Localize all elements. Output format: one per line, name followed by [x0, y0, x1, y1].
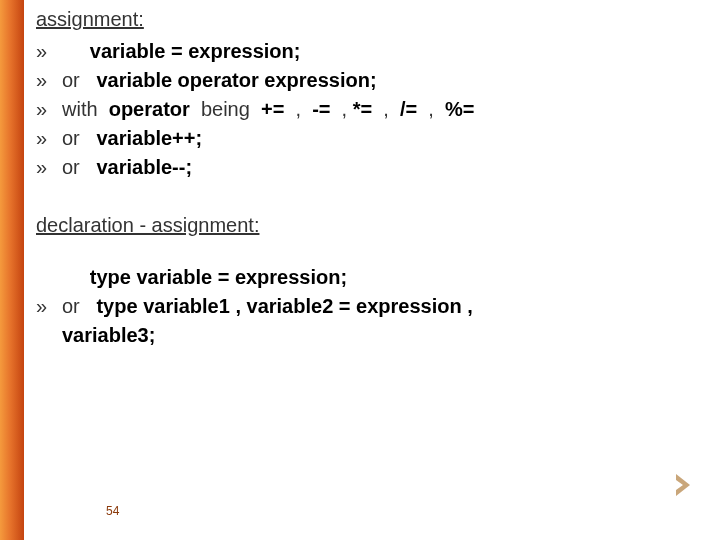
bullet-mark: »	[36, 37, 62, 66]
bullet-text: or type variable1 , variable2 = expressi…	[62, 292, 700, 321]
bullet-item: » or variable--;	[36, 153, 700, 182]
bullet-text: or variable--;	[62, 153, 700, 182]
bullet-mark: »	[36, 292, 62, 321]
accent-sidebar	[0, 0, 24, 540]
bullet-continuation: variable3;	[62, 321, 700, 350]
bullet-text: variable = expression;	[62, 37, 700, 66]
bullet-text: or variable++;	[62, 124, 700, 153]
chevron-right-icon	[670, 470, 700, 504]
slide-content: assignment: » variable = expression; » o…	[36, 8, 700, 350]
bullet-text: or variable operator expression;	[62, 66, 700, 95]
bullet-item: » or variable operator expression;	[36, 66, 700, 95]
section-title-assignment: assignment:	[36, 8, 700, 31]
bullet-mark: »	[36, 66, 62, 95]
page-number: 54	[106, 504, 119, 518]
bullet-item: » or type variable1 , variable2 = expres…	[36, 292, 700, 321]
section-title-declaration: declaration - assignment:	[36, 214, 700, 237]
bullet-text: with operator being += , -= , *= , /= , …	[62, 95, 700, 124]
bullet-mark: »	[36, 95, 62, 124]
bullet-item: » with operator being += , -= , *= , /= …	[36, 95, 700, 124]
bullet-mark: »	[36, 124, 62, 153]
bullet-mark: »	[36, 153, 62, 182]
bullet-item: » variable = expression;	[36, 37, 700, 66]
lead-line: type variable = expression;	[62, 263, 700, 292]
bullet-item: » or variable++;	[36, 124, 700, 153]
